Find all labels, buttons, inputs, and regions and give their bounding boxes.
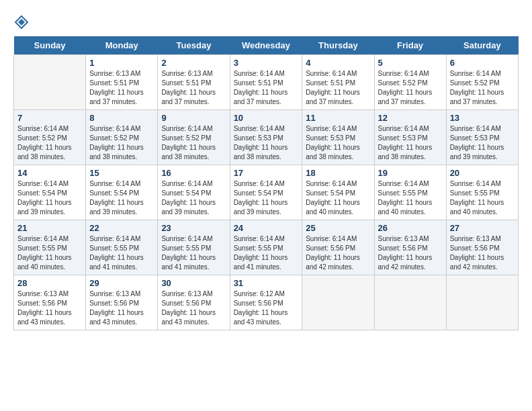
- calendar-table: SundayMondayTuesdayWednesdayThursdayFrid…: [13, 36, 519, 330]
- day-number: 19: [378, 168, 443, 178]
- day-number: 20: [450, 168, 515, 178]
- day-number: 16: [161, 168, 226, 178]
- calendar-cell: 6Sunrise: 6:14 AM Sunset: 5:52 PM Daylig…: [446, 54, 518, 109]
- day-number: 3: [234, 58, 299, 68]
- day-header-saturday: Saturday: [446, 36, 518, 55]
- day-header-friday: Friday: [374, 36, 446, 55]
- day-info: Sunrise: 6:14 AM Sunset: 5:55 PM Dayligh…: [161, 234, 226, 272]
- calendar-cell: 30Sunrise: 6:13 AM Sunset: 5:56 PM Dayli…: [158, 275, 230, 330]
- day-info: Sunrise: 6:14 AM Sunset: 5:53 PM Dayligh…: [306, 124, 370, 162]
- calendar-cell: [302, 275, 374, 330]
- day-info: Sunrise: 6:14 AM Sunset: 5:53 PM Dayligh…: [234, 124, 299, 162]
- day-number: 22: [89, 223, 154, 233]
- calendar-cell: 11Sunrise: 6:14 AM Sunset: 5:53 PM Dayli…: [302, 109, 374, 165]
- calendar-cell: [446, 275, 518, 330]
- calendar-cell: 15Sunrise: 6:14 AM Sunset: 5:54 PM Dayli…: [86, 165, 158, 220]
- calendar-cell: 3Sunrise: 6:14 AM Sunset: 5:51 PM Daylig…: [230, 54, 302, 109]
- day-header-thursday: Thursday: [302, 36, 374, 55]
- day-number: 11: [306, 113, 370, 123]
- calendar-cell: 20Sunrise: 6:14 AM Sunset: 5:55 PM Dayli…: [446, 165, 518, 220]
- day-number: 7: [17, 113, 82, 123]
- day-info: Sunrise: 6:14 AM Sunset: 5:51 PM Dayligh…: [234, 69, 299, 107]
- day-info: Sunrise: 6:14 AM Sunset: 5:56 PM Dayligh…: [306, 234, 370, 272]
- calendar-week-4: 21Sunrise: 6:14 AM Sunset: 5:55 PM Dayli…: [14, 220, 519, 275]
- calendar-cell: 22Sunrise: 6:14 AM Sunset: 5:55 PM Dayli…: [86, 220, 158, 275]
- calendar-cell: 18Sunrise: 6:14 AM Sunset: 5:54 PM Dayli…: [302, 165, 374, 220]
- day-number: 31: [234, 278, 299, 288]
- day-info: Sunrise: 6:14 AM Sunset: 5:52 PM Dayligh…: [161, 124, 226, 162]
- day-info: Sunrise: 6:14 AM Sunset: 5:55 PM Dayligh…: [450, 179, 515, 217]
- calendar-week-2: 7Sunrise: 6:14 AM Sunset: 5:52 PM Daylig…: [14, 109, 519, 165]
- calendar-cell: 28Sunrise: 6:13 AM Sunset: 5:56 PM Dayli…: [14, 275, 86, 330]
- day-info: Sunrise: 6:14 AM Sunset: 5:55 PM Dayligh…: [17, 234, 82, 272]
- day-number: 6: [450, 58, 515, 68]
- day-number: 9: [161, 113, 226, 123]
- day-number: 28: [17, 278, 82, 288]
- calendar-cell: 24Sunrise: 6:14 AM Sunset: 5:55 PM Dayli…: [230, 220, 302, 275]
- day-number: 12: [378, 113, 443, 123]
- day-info: Sunrise: 6:13 AM Sunset: 5:56 PM Dayligh…: [161, 289, 226, 327]
- calendar-cell: 7Sunrise: 6:14 AM Sunset: 5:52 PM Daylig…: [14, 109, 86, 165]
- day-header-sunday: Sunday: [14, 36, 86, 55]
- calendar-cell: 31Sunrise: 6:12 AM Sunset: 5:56 PM Dayli…: [230, 275, 302, 330]
- day-info: Sunrise: 6:14 AM Sunset: 5:52 PM Dayligh…: [89, 124, 154, 162]
- calendar-cell: 9Sunrise: 6:14 AM Sunset: 5:52 PM Daylig…: [158, 109, 230, 165]
- day-header-wednesday: Wednesday: [230, 36, 302, 55]
- day-info: Sunrise: 6:13 AM Sunset: 5:56 PM Dayligh…: [17, 289, 82, 327]
- calendar-cell: 27Sunrise: 6:13 AM Sunset: 5:56 PM Dayli…: [446, 220, 518, 275]
- day-info: Sunrise: 6:13 AM Sunset: 5:56 PM Dayligh…: [450, 234, 515, 272]
- calendar-cell: 25Sunrise: 6:14 AM Sunset: 5:56 PM Dayli…: [302, 220, 374, 275]
- day-number: 29: [89, 278, 154, 288]
- calendar-cell: 21Sunrise: 6:14 AM Sunset: 5:55 PM Dayli…: [14, 220, 86, 275]
- day-info: Sunrise: 6:14 AM Sunset: 5:54 PM Dayligh…: [234, 179, 299, 217]
- day-number: 27: [450, 223, 515, 233]
- day-info: Sunrise: 6:14 AM Sunset: 5:55 PM Dayligh…: [234, 234, 299, 272]
- day-info: Sunrise: 6:14 AM Sunset: 5:53 PM Dayligh…: [450, 124, 515, 162]
- day-info: Sunrise: 6:12 AM Sunset: 5:56 PM Dayligh…: [234, 289, 299, 327]
- day-info: Sunrise: 6:14 AM Sunset: 5:53 PM Dayligh…: [378, 124, 443, 162]
- calendar-cell: 8Sunrise: 6:14 AM Sunset: 5:52 PM Daylig…: [86, 109, 158, 165]
- calendar-cell: [374, 275, 446, 330]
- day-info: Sunrise: 6:13 AM Sunset: 5:51 PM Dayligh…: [161, 69, 226, 107]
- calendar-cell: 4Sunrise: 6:14 AM Sunset: 5:51 PM Daylig…: [302, 54, 374, 109]
- page-header: [13, 13, 519, 30]
- day-info: Sunrise: 6:14 AM Sunset: 5:54 PM Dayligh…: [89, 179, 154, 217]
- day-number: 13: [450, 113, 515, 123]
- calendar-cell: 29Sunrise: 6:13 AM Sunset: 5:56 PM Dayli…: [86, 275, 158, 330]
- day-info: Sunrise: 6:14 AM Sunset: 5:54 PM Dayligh…: [306, 179, 370, 217]
- day-number: 15: [89, 168, 154, 178]
- calendar-cell: 19Sunrise: 6:14 AM Sunset: 5:55 PM Dayli…: [374, 165, 446, 220]
- day-number: 17: [234, 168, 299, 178]
- day-number: 8: [89, 113, 154, 123]
- calendar-week-5: 28Sunrise: 6:13 AM Sunset: 5:56 PM Dayli…: [14, 275, 519, 330]
- calendar-week-1: 1Sunrise: 6:13 AM Sunset: 5:51 PM Daylig…: [14, 54, 519, 109]
- calendar-cell: 1Sunrise: 6:13 AM Sunset: 5:51 PM Daylig…: [86, 54, 158, 109]
- day-info: Sunrise: 6:14 AM Sunset: 5:55 PM Dayligh…: [89, 234, 154, 272]
- calendar-cell: 12Sunrise: 6:14 AM Sunset: 5:53 PM Dayli…: [374, 109, 446, 165]
- calendar-cell: 13Sunrise: 6:14 AM Sunset: 5:53 PM Dayli…: [446, 109, 518, 165]
- day-info: Sunrise: 6:14 AM Sunset: 5:51 PM Dayligh…: [306, 69, 370, 107]
- day-number: 21: [17, 223, 82, 233]
- day-number: 10: [234, 113, 299, 123]
- calendar-cell: 17Sunrise: 6:14 AM Sunset: 5:54 PM Dayli…: [230, 165, 302, 220]
- logo-icon: [14, 15, 29, 30]
- calendar-cell: [14, 54, 86, 109]
- calendar-cell: 10Sunrise: 6:14 AM Sunset: 5:53 PM Dayli…: [230, 109, 302, 165]
- day-number: 18: [306, 168, 370, 178]
- calendar-cell: 16Sunrise: 6:14 AM Sunset: 5:54 PM Dayli…: [158, 165, 230, 220]
- day-info: Sunrise: 6:14 AM Sunset: 5:52 PM Dayligh…: [450, 69, 515, 107]
- day-info: Sunrise: 6:14 AM Sunset: 5:54 PM Dayligh…: [17, 179, 82, 217]
- day-number: 4: [306, 58, 370, 68]
- day-info: Sunrise: 6:13 AM Sunset: 5:51 PM Dayligh…: [89, 69, 154, 107]
- day-number: 24: [234, 223, 299, 233]
- svg-marker-1: [18, 19, 25, 26]
- day-info: Sunrise: 6:14 AM Sunset: 5:54 PM Dayligh…: [161, 179, 226, 217]
- calendar-cell: 23Sunrise: 6:14 AM Sunset: 5:55 PM Dayli…: [158, 220, 230, 275]
- day-header-tuesday: Tuesday: [158, 36, 230, 55]
- day-number: 25: [306, 223, 370, 233]
- day-header-monday: Monday: [86, 36, 158, 55]
- calendar-cell: 26Sunrise: 6:13 AM Sunset: 5:56 PM Dayli…: [374, 220, 446, 275]
- day-number: 26: [378, 223, 443, 233]
- calendar-cell: 14Sunrise: 6:14 AM Sunset: 5:54 PM Dayli…: [14, 165, 86, 220]
- calendar-header-row: SundayMondayTuesdayWednesdayThursdayFrid…: [14, 36, 519, 55]
